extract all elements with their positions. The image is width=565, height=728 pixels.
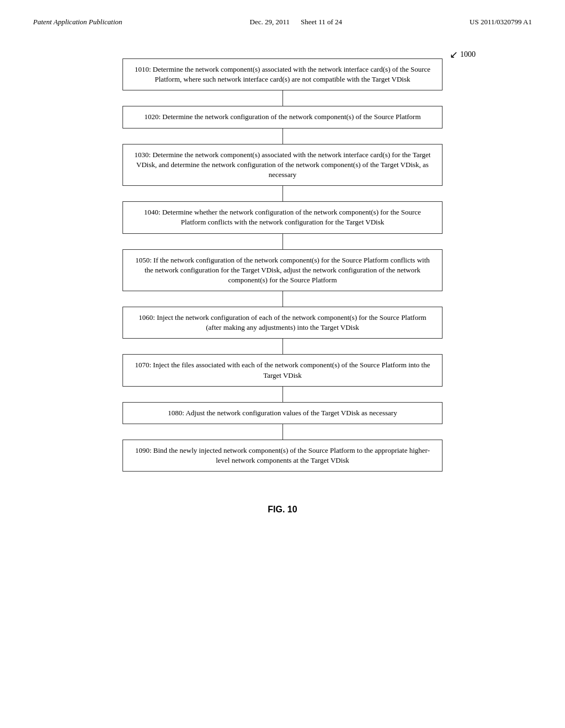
connector-8 bbox=[282, 424, 283, 440]
diagram-area: ↙ 1000 1010: Determine the network compo… bbox=[0, 38, 565, 483]
connector-4 bbox=[282, 234, 283, 249]
ref-number: ↙ 1000 bbox=[450, 49, 476, 61]
flow-box-1020: 1020: Determine the network configuratio… bbox=[122, 106, 443, 128]
flow-box-1080: 1080: Adjust the network configuration v… bbox=[122, 402, 443, 424]
flow-box-1050: 1050: If the network configuration of th… bbox=[122, 249, 443, 292]
flow-box-1090: 1090: Bind the newly injected network co… bbox=[122, 440, 443, 472]
header-patent-number: US 2011/0320799 A1 bbox=[470, 18, 532, 26]
connector-1 bbox=[282, 90, 283, 106]
flow-box-1060: 1060: Inject the network configuration o… bbox=[122, 307, 443, 339]
flow-box-1070: 1070: Inject the files associated with e… bbox=[122, 354, 443, 386]
header-date: Dec. 29, 2011 bbox=[250, 18, 290, 26]
connector-2 bbox=[282, 129, 283, 144]
connector-6 bbox=[282, 339, 283, 354]
flow-box-1040: 1040: Determine whether the network conf… bbox=[122, 201, 443, 233]
header-sheet: Sheet 11 of 24 bbox=[301, 18, 342, 26]
connector-5 bbox=[282, 291, 283, 307]
header-publication-label: Patent Application Publication bbox=[33, 18, 122, 26]
page-header: Patent Application Publication Dec. 29, … bbox=[0, 0, 565, 38]
page: Patent Application Publication Dec. 29, … bbox=[0, 0, 565, 728]
figure-caption: FIG. 10 bbox=[0, 505, 565, 515]
flow-box-1030: 1030: Determine the network component(s)… bbox=[122, 144, 443, 186]
connector-7 bbox=[282, 387, 283, 402]
connector-3 bbox=[282, 186, 283, 201]
ref-arrow-icon: ↙ bbox=[450, 49, 458, 61]
flow-box-1010: 1010: Determine the network component(s)… bbox=[122, 58, 443, 90]
